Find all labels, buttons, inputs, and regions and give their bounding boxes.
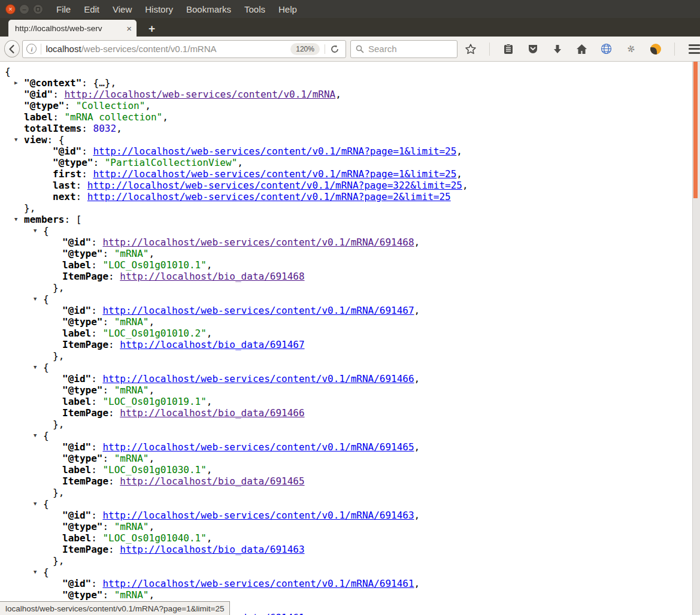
json-punct: }, (53, 555, 64, 566)
json-link[interactable]: http://localhost/bio_data/691467 (120, 339, 304, 350)
json-link[interactable]: http://localhost/web-services/content/v0… (102, 441, 414, 453)
twisty-expanded-icon[interactable]: ▼ (14, 134, 17, 146)
json-link[interactable]: http://localhost/web-services/content/v0… (102, 237, 414, 248)
json-line: label: "LOC_Os01g01030.1", (0, 464, 692, 475)
bookmark-star-icon[interactable] (465, 43, 477, 55)
json-link[interactable]: http://localhost/bio_data/691466 (120, 407, 304, 419)
navigation-toolbar: i localhost/web-services/content/v0.1/mR… (0, 37, 700, 62)
json-punct: , (456, 168, 462, 180)
search-input[interactable] (368, 44, 452, 54)
reading-list-icon[interactable] (502, 43, 514, 55)
json-punct: : (91, 464, 102, 475)
menu-item-help[interactable]: Help (278, 4, 297, 14)
json-punct: }, (53, 419, 64, 430)
reload-button[interactable] (325, 44, 340, 54)
json-link[interactable]: http://localhost/web-services/content/v0… (102, 578, 414, 589)
json-punct: , (149, 384, 155, 396)
json-line: }, (0, 350, 692, 362)
json-key: view (24, 134, 47, 146)
json-line: "@type": "mRNA", (0, 316, 692, 328)
twisty-expanded-icon[interactable]: ▼ (34, 293, 37, 305)
json-key: ItemPage (62, 475, 108, 487)
tab-close-icon[interactable]: × (126, 23, 132, 34)
json-line: ItemPage: http://localhost/bio_data/6914… (0, 339, 692, 350)
status-tooltip: localhost/web-services/content/v0.1/mRNA… (0, 601, 230, 615)
json-line: ItemPage: http://localhost/bio_data/6914… (0, 271, 692, 282)
browser-tab[interactable]: http://localhost/web-serv × (8, 20, 137, 37)
back-arrow-icon (7, 44, 17, 54)
menu-item-tools[interactable]: Tools (244, 4, 265, 14)
json-key: "@id" (62, 510, 91, 521)
window-close-icon[interactable]: × (5, 4, 16, 14)
search-box[interactable] (350, 40, 457, 58)
back-button[interactable] (4, 40, 20, 57)
json-link[interactable]: http://localhost/web-services/content/v0… (93, 146, 456, 157)
zoom-level-badge[interactable]: 120% (290, 43, 320, 55)
json-link[interactable]: http://localhost/web-services/content/v0… (64, 89, 335, 100)
json-punct: , (145, 100, 151, 111)
menu-hamburger-icon[interactable] (689, 44, 700, 54)
json-link[interactable]: http://localhost/web-services/content/v0… (102, 373, 414, 384)
json-link[interactable]: http://localhost/bio_data/691465 (120, 475, 304, 487)
toolbar-separator (489, 43, 490, 56)
scrollbar-thumb[interactable] (693, 62, 698, 198)
home-icon[interactable] (576, 43, 588, 55)
json-line: "@id": http://localhost/web-services/con… (0, 305, 692, 316)
json-punct: { (43, 498, 49, 510)
json-punct: , (149, 521, 155, 532)
json-key: "@context" (24, 77, 81, 89)
json-link[interactable]: http://localhost/web-services/content/v0… (87, 191, 451, 202)
json-key: totalItems (24, 123, 81, 134)
window-controls: × – (5, 4, 43, 14)
menu-item-view[interactable]: View (113, 4, 132, 14)
menu-item-edit[interactable]: Edit (84, 4, 99, 14)
json-link[interactable]: http://localhost/web-services/content/v0… (102, 510, 414, 521)
json-link[interactable]: http://localhost/web-services/content/v0… (87, 180, 462, 191)
extension-icon-1[interactable]: ✻ (624, 41, 638, 56)
pocket-icon[interactable] (527, 43, 539, 55)
scrollbar-track[interactable] (692, 62, 700, 615)
json-punct: : (81, 146, 93, 157)
json-string: "mRNA collection" (64, 111, 162, 123)
page-info-icon[interactable]: i (26, 44, 37, 54)
json-line: "@id": http://localhost/web-services/con… (0, 373, 692, 384)
window-minimize-icon[interactable]: – (19, 4, 29, 14)
twisty-expanded-icon[interactable]: ▼ (34, 498, 37, 510)
json-link[interactable]: http://localhost/web-services/content/v0… (93, 168, 456, 180)
extension-icon-2[interactable] (650, 43, 662, 55)
json-number: 8032 (93, 123, 117, 134)
menu-item-bookmarks[interactable]: Bookmarks (186, 4, 231, 14)
json-key: last (53, 180, 76, 191)
json-line: "@type": "mRNA", (0, 589, 692, 601)
json-link[interactable]: http://localhost/web-services/content/v0… (102, 305, 414, 316)
json-line: ▼{ (0, 225, 692, 237)
url-host: localhost (46, 44, 81, 54)
json-key: members (24, 214, 64, 225)
window-maximize-icon[interactable] (33, 4, 43, 14)
url-text[interactable]: localhost/web-services/content/v0.1/mRNA (46, 44, 216, 54)
twisty-expanded-icon[interactable]: ▼ (34, 430, 37, 441)
json-key: "@type" (62, 316, 102, 328)
json-line: next: http://localhost/web-services/cont… (0, 191, 692, 202)
json-line: "@type": "PartialCollectionView", (0, 157, 692, 168)
json-punct: { (43, 430, 49, 441)
twisty-expanded-icon[interactable]: ▼ (14, 214, 17, 225)
downloads-icon[interactable] (551, 43, 563, 55)
menu-item-history[interactable]: History (145, 4, 173, 14)
json-punct: : (102, 521, 114, 532)
json-punct: : (108, 407, 120, 419)
twisty-expanded-icon[interactable]: ▼ (34, 362, 37, 373)
twisty-expanded-icon[interactable]: ▼ (34, 566, 37, 578)
globe-extension-icon[interactable] (601, 43, 613, 55)
twisty-collapsed-icon[interactable]: ▶ (14, 77, 17, 89)
json-punct: , (237, 157, 243, 168)
menu-item-file[interactable]: File (56, 4, 71, 14)
twisty-expanded-icon[interactable]: ▼ (34, 225, 37, 237)
json-link[interactable]: http://localhost/bio_data/691463 (120, 544, 304, 555)
json-link[interactable]: http://localhost/bio_data/691468 (120, 271, 304, 282)
json-punct: { (5, 66, 11, 77)
json-key: label (24, 111, 53, 123)
url-bar[interactable]: i localhost/web-services/content/v0.1/mR… (22, 40, 346, 58)
new-tab-button[interactable]: + (149, 22, 155, 35)
json-punct: }, (53, 487, 64, 498)
